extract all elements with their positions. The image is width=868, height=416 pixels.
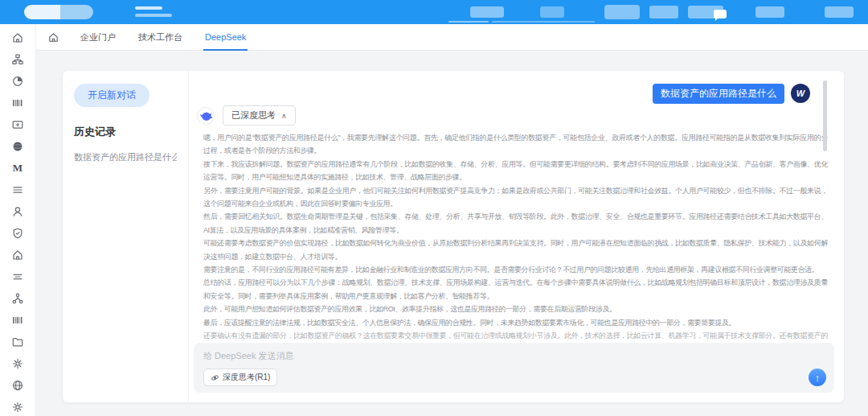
thought-paragraph: 总结的话，应用路径可以分为以下几个步骤：战略规划、数据治理、技术支撑、应用场景构… <box>203 276 828 303</box>
home-alt-icon[interactable] <box>11 249 24 262</box>
settings-gear-icon[interactable] <box>11 401 24 414</box>
message-input[interactable]: 给 DeepSeek 发送消息 深度思考(R1) ↑ <box>194 343 834 393</box>
top-navigation-bar <box>0 0 868 24</box>
tab-tech-workbench[interactable]: 技术工作台 <box>137 24 184 51</box>
layers-icon[interactable] <box>11 270 24 283</box>
thought-paragraph: 最后，应该提醒注意的法律法规，比如数据安全法、个人信息保护法，确保应用的合规性。… <box>203 316 828 329</box>
thought-paragraph: 接下来，我应该拆解问题。数据资产的应用路径通常有几个阶段，比如数据的收集、存储、… <box>203 158 828 184</box>
history-title: 历史记录 <box>74 125 177 139</box>
history-item[interactable]: 数据资产的应用路径是什么 <box>74 151 177 163</box>
topbar-nav-item-redacted[interactable] <box>540 6 564 18</box>
deep-think-label: 深度思考(R1) <box>223 372 270 383</box>
thought-paragraph: 另外，需要注意用户可能的背景。如果是企业用户，他们可能关注如何利用数据资产提高竞… <box>203 184 828 211</box>
share-nodes-icon[interactable] <box>11 292 24 305</box>
deepseek-chat-panel: 开启新对话 历史记录 数据资产的应用路径是什么 数据资产的应用路径是什么 W 已… <box>63 71 844 402</box>
globe-icon[interactable] <box>11 379 24 392</box>
folder-icon[interactable] <box>11 336 24 348</box>
topbar-nav-item-redacted[interactable] <box>825 6 854 18</box>
card-add-icon[interactable] <box>11 118 24 131</box>
deep-thought-label: 已深度思考 <box>231 109 276 122</box>
composer-toolbar: 深度思考(R1) ↑ <box>203 369 826 386</box>
m-logo-icon[interactable]: M <box>11 162 24 175</box>
tab-bar: 企业门户 技术工作台 DeepSeek <box>36 24 868 51</box>
chat-bubble-icon[interactable] <box>714 10 727 19</box>
gear-icon[interactable] <box>11 357 24 370</box>
chat-main: 数据资产的应用路径是什么 W 已深度思考 ∧ 嗯，用户问的是“数据资产的应用路径… <box>189 71 844 402</box>
deepseek-whale-icon <box>197 107 215 125</box>
barcode-icon[interactable] <box>11 97 24 109</box>
chevron-up-icon: ∧ <box>281 112 287 120</box>
tab-home-icon[interactable] <box>47 31 59 43</box>
topbar-nav-item-redacted[interactable] <box>755 6 784 18</box>
send-button[interactable]: ↑ <box>809 369 826 386</box>
input-placeholder: 给 DeepSeek 发送消息 <box>203 350 825 362</box>
topbar-underline <box>492 21 595 23</box>
thought-paragraph: 然后，需要回忆相关知识。数据生命周期管理是关键，包括采集、存储、处理、分析、共享… <box>203 210 828 237</box>
tab-deepseek[interactable]: DeepSeek <box>203 24 248 51</box>
chat-scrollbar[interactable] <box>823 80 827 151</box>
topbar-secondary-logo <box>135 6 174 18</box>
chat-sidebar: 开启新对话 历史记录 数据资产的应用路径是什么 <box>63 71 189 402</box>
thought-paragraph: 还要确认有没有遗漏的部分，比如数据资产的确权？这在数据要素交易中很重要，但可能在… <box>203 329 828 342</box>
thinking-content: 嗯，用户问的是“数据资产的应用路径是什么”，我需要先理解这个问题。首先，确定他们… <box>203 131 828 342</box>
thought-paragraph: 嗯，用户问的是“数据资产的应用路径是什么”，我需要先理解这个问题。首先，确定他们… <box>203 131 828 158</box>
thought-paragraph: 可能还需要考虑数据资产的价值实现路径，比如数据如何转化为商业价值，从原始数据到分… <box>203 237 828 263</box>
tab-enterprise-portal[interactable]: 企业门户 <box>79 24 117 51</box>
assistant-row: 已深度思考 ∧ <box>197 105 828 126</box>
barcode-alt-icon[interactable] <box>11 314 24 327</box>
left-icon-rail: M <box>0 24 36 416</box>
user-message-row: 数据资产的应用路径是什么 W <box>197 84 828 104</box>
user-message-bubble: 数据资产的应用路径是什么 <box>653 84 784 104</box>
app-logo <box>24 5 93 19</box>
deep-think-icon <box>211 373 219 382</box>
topbar-underline <box>448 21 489 23</box>
pie-chart-icon[interactable] <box>11 75 24 88</box>
deep-think-button[interactable]: 深度思考(R1) <box>203 369 277 386</box>
topbar-nav-item-redacted[interactable] <box>470 6 504 18</box>
menu-lines-icon[interactable] <box>11 183 24 196</box>
thought-paragraph: 此外，可能用户想知道如何评估数据资产的应用效果，比如ROI、效率提升指标，这也是… <box>203 303 828 315</box>
user-avatar: W <box>791 84 810 103</box>
new-chat-button[interactable]: 开启新对话 <box>74 84 149 107</box>
org-chart-icon[interactable] <box>11 53 24 66</box>
topbar-nav-item-redacted[interactable] <box>604 5 640 19</box>
deep-thought-toggle[interactable]: 已深度思考 ∧ <box>223 105 296 126</box>
shield-icon[interactable] <box>11 227 24 240</box>
thought-paragraph: 需要注意的是，不同行业的应用路径可能有差异，比如金融行业和制造业的数据应用方向不… <box>203 263 828 276</box>
topbar-nav-item-redacted[interactable] <box>649 6 678 19</box>
home-icon[interactable] <box>11 31 24 44</box>
globe-dark-icon[interactable] <box>11 140 24 153</box>
user-icon[interactable] <box>11 205 24 218</box>
